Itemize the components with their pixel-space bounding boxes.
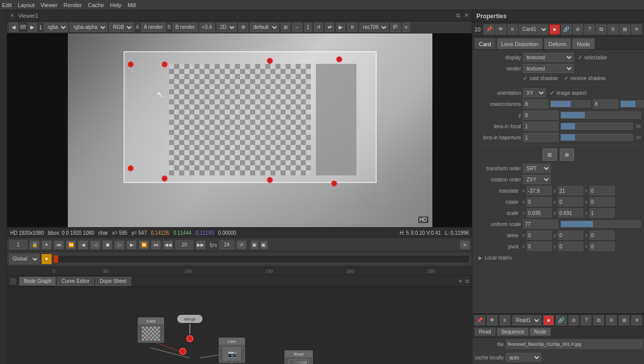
viewer-close-icon[interactable]: ✕ [10, 13, 14, 18]
skip-start-btn[interactable]: ⏮ [54, 240, 64, 249]
cache-locally-select[interactable]: auto [506, 353, 541, 362]
display-select[interactable]: textured [523, 53, 574, 62]
view-b-btn[interactable]: ▣ [260, 240, 268, 249]
prev-frame-btn2[interactable]: ◀◀ [163, 240, 173, 249]
timeline-track[interactable] [54, 255, 470, 263]
viewer-float-icon[interactable]: ⧉ [456, 12, 460, 19]
rows-slider[interactable] [550, 100, 591, 107]
node-graph-float[interactable]: ⧉ [465, 278, 469, 284]
menu-cache[interactable]: Cache [88, 2, 104, 8]
tab-dope-sheet[interactable]: Dope Sheet [95, 277, 131, 286]
read-paste-btn[interactable]: ⊞ [619, 315, 629, 325]
node-merge[interactable]: Merge [177, 315, 203, 335]
file-path-input[interactable] [506, 340, 643, 349]
lens-focal-input[interactable] [523, 122, 558, 131]
prop-tab-card[interactable]: Card [474, 38, 496, 49]
playback-settings-btn[interactable]: ≡ [460, 240, 470, 249]
mode-select[interactable]: 2D [217, 23, 236, 32]
corner-dot-tr[interactable] [336, 56, 342, 62]
channel-select[interactable]: rgba [44, 23, 68, 32]
props-link-btn[interactable]: 🔗 [561, 24, 572, 34]
input-b-btn[interactable]: B render [173, 23, 197, 32]
pvz-input[interactable] [589, 242, 615, 251]
loop-btn[interactable]: ↺ [236, 240, 247, 249]
cols-input[interactable] [593, 99, 618, 108]
timeline-mode-select[interactable]: Global [9, 254, 39, 264]
corner-dot-tl[interactable] [128, 61, 134, 67]
read-help-btn[interactable]: ? [581, 315, 591, 325]
prop-tab-node[interactable]: Node [572, 38, 594, 49]
rotation-order-select[interactable]: ZXY [523, 175, 551, 184]
node-card-checker[interactable]: Card [138, 317, 164, 343]
menu-render[interactable]: Render [63, 2, 82, 8]
sz-input[interactable] [589, 208, 615, 217]
transform-icon-btn-1[interactable]: ⊞ [543, 149, 557, 161]
skewy-input[interactable] [558, 231, 583, 240]
ty-input[interactable] [558, 186, 583, 195]
prev-key-btn[interactable]: ⏪ [66, 240, 76, 249]
props-bypass-btn[interactable]: ⊘ [573, 24, 583, 34]
node-merge-dot[interactable] [186, 335, 193, 342]
rz-input[interactable] [589, 197, 615, 206]
rec-select[interactable]: rec709 [359, 23, 388, 32]
lens-focal-slider[interactable] [560, 123, 633, 130]
menu-edit[interactable]: Edit [2, 2, 12, 8]
orientation-select[interactable]: XY [523, 88, 546, 97]
lens-haperture-slider[interactable] [560, 134, 633, 141]
menu-layout[interactable]: Layout [18, 2, 34, 8]
menu-mill[interactable]: Mill [128, 2, 136, 8]
read-node-select[interactable]: Read1 [512, 315, 541, 325]
flip-btn[interactable]: ↔ [292, 23, 302, 32]
frame-count-input[interactable] [175, 240, 193, 249]
node-merge-red[interactable] [179, 348, 186, 355]
step-fwd-btn[interactable]: ▶ [127, 240, 137, 249]
props-list-btn[interactable]: ≡ [507, 24, 518, 34]
extra-btn[interactable]: ≡ [402, 23, 411, 32]
viewer-play-btn[interactable]: ▶ [336, 23, 345, 32]
cast-shadow-check[interactable]: ✓ [523, 75, 528, 82]
props-color-red[interactable]: ■ [549, 24, 560, 34]
node-read[interactable]: Read [285, 350, 313, 364]
read-copy-btn[interactable]: ⎘ [606, 315, 617, 325]
stop-btn[interactable]: ⏹ [102, 240, 112, 249]
z-input[interactable] [523, 111, 558, 120]
node-red-dot-1[interactable] [179, 348, 186, 355]
props-copy-btn[interactable]: ⎘ [608, 24, 618, 34]
render-select[interactable]: textured [523, 64, 574, 73]
transform-icon-btn-2[interactable]: ⊕ [560, 149, 574, 161]
read-tab-read[interactable]: Read [474, 327, 496, 336]
props-paste-btn[interactable]: ⊞ [620, 24, 630, 34]
pvx-input[interactable] [527, 242, 552, 251]
sx-input[interactable] [527, 208, 552, 217]
pause-btn[interactable]: ⏸ [347, 23, 357, 32]
colorspace-select[interactable]: RGB [109, 23, 134, 32]
receive-shadow-check[interactable]: ✓ [564, 75, 569, 82]
sy-input[interactable] [558, 208, 583, 217]
props-pin-btn[interactable]: 📌 [484, 24, 494, 34]
read-view-btn[interactable]: 👁 [487, 315, 498, 325]
next-frame-btn[interactable]: ▶ [28, 23, 37, 32]
viewer-settings-btn[interactable]: ⚙ [238, 23, 248, 32]
alpha-select[interactable]: rgba.alpha [70, 23, 107, 32]
transform-order-select[interactable]: SRT [523, 164, 551, 173]
skewz-input[interactable] [589, 231, 615, 240]
next-btn[interactable]: ▷ [114, 240, 125, 249]
lock-btn[interactable]: 🔒 [29, 240, 39, 249]
menu-viewer[interactable]: Viewer [41, 2, 57, 8]
ry-input[interactable] [558, 197, 583, 206]
node-graph-canvas[interactable]: Card Merge [7, 287, 472, 364]
next-key-btn[interactable]: ⏩ [139, 240, 149, 249]
props-node-select[interactable]: Card1 [519, 24, 548, 34]
props-view-btn[interactable]: 👁 [495, 24, 506, 34]
prop-tab-lens[interactable]: Lens Distortion [497, 38, 543, 49]
skewx-input[interactable] [527, 231, 552, 240]
ip-btn[interactable]: IP [390, 23, 400, 32]
corner-dot-bl[interactable] [128, 165, 134, 171]
step-back-btn[interactable]: ◀ [78, 240, 88, 249]
read-color-btn[interactable]: ■ [543, 315, 554, 325]
timeline-marker-btn[interactable]: ▼ [42, 254, 52, 264]
prev-frame-btn[interactable]: ◀ [9, 23, 18, 32]
z-slider[interactable] [560, 112, 641, 119]
node-graph-close[interactable]: ✕ [458, 278, 462, 284]
viewer-close-btn[interactable]: ✕ [464, 12, 469, 19]
